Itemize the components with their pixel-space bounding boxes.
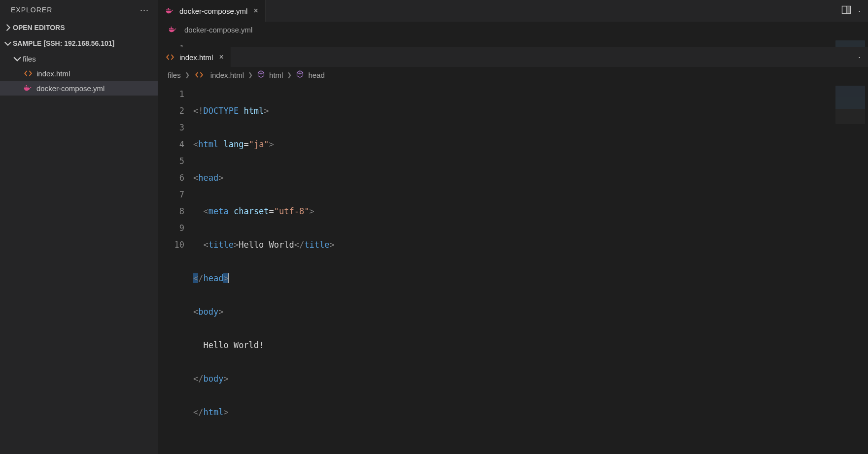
svg-rect-7 <box>168 8 169 9</box>
workspace-section[interactable]: SAMPLE [SSH: 192.168.56.101] <box>0 35 158 51</box>
tab-bar-top: docker-compose.yml × · <box>158 0 868 22</box>
workspace-name: SAMPLE [SSH: 192.168.56.101] <box>13 39 114 47</box>
minimap[interactable] <box>833 37 868 47</box>
tab-index-html[interactable]: index.html × <box>158 47 231 67</box>
svg-rect-11 <box>170 28 171 29</box>
split-editor-icon[interactable] <box>841 5 851 17</box>
breadcrumb-file: docker-compose.yml <box>184 26 252 34</box>
svg-rect-6 <box>170 9 171 10</box>
line-gutter: 12345678910 <box>158 83 193 454</box>
breadcrumb-file: index.html <box>210 71 244 79</box>
breadcrumb-symbol: head <box>308 71 324 79</box>
editor-pane-bottom: index.html × · files ❯ index.html ❯ html… <box>158 47 868 454</box>
code-editor-bottom[interactable]: 12345678910 <!DOCTYPE html> <html lang="… <box>158 83 868 454</box>
svg-rect-3 <box>26 85 27 86</box>
chevron-right-icon <box>3 23 13 32</box>
explorer-sidebar: EXPLORER ··· OPEN EDITORS SAMPLE [SSH: 1… <box>0 0 158 454</box>
chevron-right-icon: ❯ <box>248 71 253 78</box>
html-icon <box>23 68 34 79</box>
open-editors-section[interactable]: OPEN EDITORS <box>0 20 158 35</box>
editor-region: docker-compose.yml × · docker-compose.ym… <box>158 0 868 454</box>
explorer-header: EXPLORER ··· <box>0 0 158 20</box>
file-docker-compose[interactable]: docker-compose.yml <box>0 81 158 96</box>
open-editors-label: OPEN EDITORS <box>13 24 65 32</box>
docker-icon <box>165 5 175 16</box>
more-icon[interactable]: ··· <box>140 5 149 15</box>
docker-icon <box>168 24 178 35</box>
minimap[interactable] <box>833 83 868 454</box>
folder-label: files <box>23 55 36 63</box>
tab-label: index.html <box>179 53 213 62</box>
chevron-down-icon <box>12 53 23 64</box>
chevron-right-icon: ❯ <box>287 71 292 78</box>
file-label: index.html <box>36 69 70 78</box>
symbol-icon <box>257 70 265 80</box>
html-icon <box>165 52 175 63</box>
svg-rect-12 <box>171 28 172 29</box>
tab-bar-bottom: index.html × · <box>158 47 868 67</box>
line-gutter: 12345678 <box>158 37 193 47</box>
svg-rect-5 <box>168 9 169 10</box>
breadcrumb-symbol: html <box>269 71 283 79</box>
more-icon[interactable]: · <box>858 52 861 63</box>
svg-rect-10 <box>847 7 850 13</box>
tab-label: docker-compose.yml <box>179 7 247 15</box>
breadcrumb-top[interactable]: docker-compose.yml <box>158 22 868 37</box>
close-icon[interactable]: × <box>219 53 223 62</box>
svg-rect-2 <box>28 87 29 88</box>
svg-rect-0 <box>25 87 26 88</box>
chevron-right-icon: ❯ <box>185 71 190 78</box>
tab-docker-compose[interactable]: docker-compose.yml × <box>158 0 266 22</box>
symbol-icon <box>296 70 304 80</box>
docker-icon <box>23 83 34 94</box>
more-icon[interactable]: · <box>858 6 861 16</box>
html-icon <box>194 69 205 80</box>
chevron-down-icon <box>3 38 13 48</box>
breadcrumb-bottom[interactable]: files ❯ index.html ❯ html ❯ head <box>158 67 868 83</box>
code-area[interactable]: <!DOCTYPE html> <html lang="ja"> <head> … <box>193 83 833 454</box>
code-editor-top[interactable]: 12345678 version: '3' services: · web: ·… <box>158 37 868 47</box>
file-index-html[interactable]: index.html <box>0 66 158 81</box>
explorer-title: EXPLORER <box>11 6 52 14</box>
folder-files[interactable]: files <box>0 51 158 66</box>
code-area[interactable]: version: '3' services: · web: · · image:… <box>193 37 833 47</box>
editor-pane-top: docker-compose.yml × · docker-compose.ym… <box>158 0 868 47</box>
file-label: docker-compose.yml <box>36 84 104 93</box>
svg-rect-4 <box>167 9 168 10</box>
breadcrumb-folder: files <box>168 71 181 79</box>
close-icon[interactable]: × <box>253 6 258 15</box>
svg-rect-1 <box>26 87 27 88</box>
svg-rect-13 <box>173 28 174 29</box>
tabbar-actions: · <box>834 0 868 22</box>
svg-rect-14 <box>171 27 172 28</box>
